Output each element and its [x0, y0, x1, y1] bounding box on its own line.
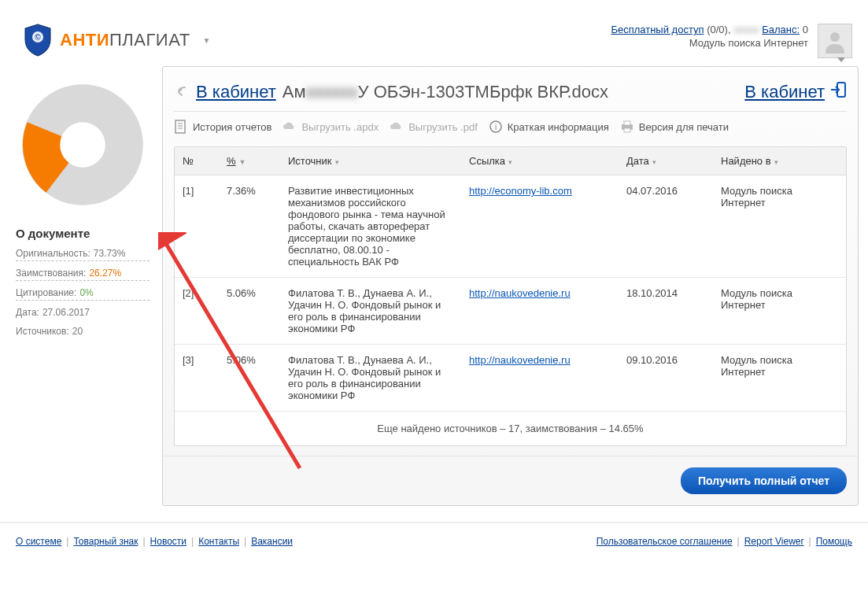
footer-link[interactable]: О системе	[16, 536, 61, 547]
short-info[interactable]: i Краткая информация	[489, 120, 609, 134]
source-link[interactable]: http://naukovedenie.ru	[469, 287, 571, 299]
toolbar: История отчетов Выгрузить .apdx Выгрузит…	[174, 116, 847, 146]
balance-link[interactable]: Баланс:	[762, 24, 800, 35]
cell-no: [2]	[175, 278, 219, 345]
table-row: [3]5.06%Филатова Т. В., Дунаева А. И., У…	[175, 345, 846, 412]
cell-no: [1]	[175, 175, 219, 278]
footer-link[interactable]: Report Viewer	[744, 536, 804, 547]
sort-icon: ▾	[335, 158, 339, 166]
svg-point-4	[60, 122, 105, 168]
cell-link: http://economy-lib.com	[461, 175, 619, 278]
header-right: Бесплатный доступ (0/0), xxxxx Баланс: 0…	[611, 24, 808, 49]
stat-borrowings: Заимствования: 26.27%	[16, 268, 150, 281]
cell-pct: 5.06%	[219, 278, 280, 345]
cell-pct: 5.06%	[219, 345, 280, 412]
export-apdx: Выгрузить .apdx	[283, 120, 379, 134]
svg-rect-11	[624, 128, 630, 132]
cell-link: http://naukovedenie.ru	[461, 345, 619, 412]
get-full-report-button[interactable]: Получить полный отчет	[681, 467, 847, 494]
footer-link[interactable]: Вакансии	[251, 536, 293, 547]
user-icon	[822, 28, 848, 54]
download-cloud-icon	[283, 120, 297, 134]
to-cabinet-link[interactable]: В кабинет	[744, 82, 825, 102]
cell-date: 09.10.2016	[619, 345, 713, 412]
cell-no: [3]	[175, 345, 219, 412]
cell-date: 04.07.2016	[619, 175, 713, 278]
download-cloud-icon	[390, 120, 404, 134]
cell-source[interactable]: Развитие инвестиционных механизмов росси…	[280, 175, 461, 278]
cell-found: Модуль поиска Интернет	[713, 278, 846, 345]
col-link[interactable]: Ссылка▾	[461, 147, 619, 175]
print-icon	[620, 120, 634, 134]
footer-link[interactable]: Товарный знак	[73, 536, 138, 547]
sources-table: № %▼ Источник▾ Ссылка▾ Дата▾ Найдено в▾ …	[175, 147, 846, 411]
source-link[interactable]: http://naukovedenie.ru	[469, 354, 571, 366]
back-arrow-icon[interactable]	[174, 84, 190, 100]
title-row: В кабинет АмxxxxxxУ ОБЭн-1303ТМБрфк ВКР.…	[174, 76, 847, 112]
cell-pct: 7.36%	[219, 175, 280, 278]
logo-text: АНТИПЛАГИАТ	[60, 30, 190, 50]
footer-link[interactable]: Помощь	[816, 536, 852, 547]
cell-source[interactable]: Филатова Т. В., Дунаева А. И., Удачин Н.…	[280, 345, 461, 412]
col-no[interactable]: №	[175, 147, 219, 175]
stat-originality: Оригинальность: 73.73%	[16, 248, 150, 261]
back-link[interactable]: В кабинет	[196, 82, 276, 102]
doc-name-right: У ОБЭн-1303ТМБрфк ВКР.docx	[358, 82, 608, 102]
free-access-count: (0/0),	[707, 24, 730, 35]
header: © АНТИПЛАГИАТ ▼ Бесплатный доступ (0/0),…	[0, 0, 868, 66]
sort-icon: ▼	[239, 158, 246, 166]
more-sources-row: Еще найдено источников – 17, заимствован…	[175, 411, 846, 445]
cell-source[interactable]: Филатова Т. В., Дунаева А. И., Удачин Н.…	[280, 278, 461, 345]
login-icon[interactable]	[829, 81, 847, 103]
action-bar: Получить полный отчет	[163, 456, 858, 505]
table-row: [2]5.06%Филатова Т. В., Дунаева А. И., У…	[175, 278, 846, 345]
export-pdf: Выгрузить .pdf	[390, 120, 478, 134]
module-label: Модуль поиска Интернет	[611, 37, 808, 49]
info-icon: i	[489, 120, 503, 134]
footer-link[interactable]: Новости	[150, 536, 187, 547]
print-version[interactable]: Версия для печати	[620, 120, 729, 134]
avatar[interactable]	[818, 24, 852, 58]
sort-icon: ▾	[652, 158, 656, 166]
sort-icon: ▾	[508, 158, 512, 166]
content-panel: В кабинет АмxxxxxxУ ОБЭн-1303ТМБрфк ВКР.…	[162, 66, 859, 506]
footer-link[interactable]: Пользовательское соглашение	[597, 536, 733, 547]
cell-date: 18.10.2014	[619, 278, 713, 345]
blurred-name: xxxxxx	[306, 82, 358, 102]
svg-point-2	[830, 32, 840, 42]
stat-sources: Источников: 20	[16, 326, 150, 338]
history-reports[interactable]: История отчетов	[174, 120, 271, 134]
cell-link: http://naukovedenie.ru	[461, 278, 619, 345]
col-source[interactable]: Источник▾	[280, 147, 461, 175]
sidebar: О документе Оригинальность: 73.73% Заимс…	[8, 66, 157, 506]
source-link[interactable]: http://economy-lib.com	[469, 185, 572, 197]
footer-link[interactable]: Контакты	[198, 536, 239, 547]
footer: О системе|Товарный знак|Новости|Контакты…	[0, 522, 868, 559]
svg-rect-10	[624, 121, 630, 125]
chevron-down-icon[interactable]: ▼	[203, 36, 211, 45]
logo[interactable]: © АНТИПЛАГИАТ ▼	[24, 24, 210, 57]
stat-date: Дата: 27.06.2017	[16, 307, 150, 319]
stat-citation: Цитирование: 0%	[16, 287, 150, 301]
sort-icon: ▾	[774, 158, 778, 166]
cell-found: Модуль поиска Интернет	[713, 175, 846, 278]
svg-rect-6	[175, 120, 185, 133]
col-pct[interactable]: %▼	[219, 147, 280, 175]
blurred-text: xxxxx	[733, 24, 759, 35]
col-date[interactable]: Дата▾	[619, 147, 713, 175]
col-found[interactable]: Найдено в▾	[713, 147, 846, 175]
balance-value: 0	[803, 24, 808, 35]
originality-donut-chart	[20, 82, 146, 208]
svg-text:©: ©	[35, 33, 41, 42]
shield-icon: ©	[24, 24, 52, 57]
table-row: [1]7.36%Развитие инвестиционных механизм…	[175, 175, 846, 278]
svg-text:i: i	[495, 123, 497, 131]
free-access-link[interactable]: Бесплатный доступ	[611, 24, 704, 35]
cell-found: Модуль поиска Интернет	[713, 345, 846, 412]
doc-name-left: Ам	[283, 82, 306, 102]
sidebar-title: О документе	[16, 227, 150, 240]
document-icon	[174, 120, 188, 134]
